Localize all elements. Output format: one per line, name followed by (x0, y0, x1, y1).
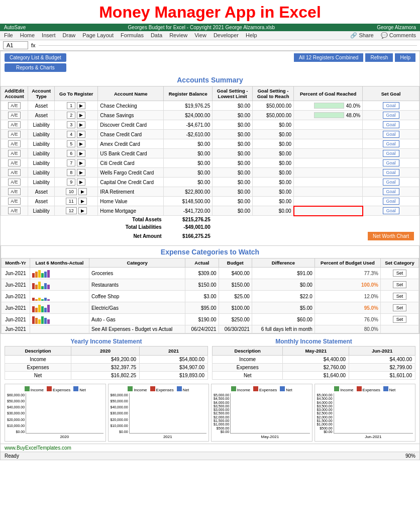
menu-home[interactable]: Home (20, 32, 35, 39)
ae-button-2[interactable]: A/E (8, 121, 21, 128)
goal-button-1[interactable]: Goal (383, 112, 399, 119)
go-register-arrow-9[interactable]: ▶ (78, 188, 87, 195)
ae-button-11[interactable]: A/E (8, 207, 21, 214)
goal-button-4[interactable]: Goal (383, 140, 399, 147)
ae-button-1[interactable]: A/E (8, 112, 21, 119)
ae-button-3[interactable]: A/E (8, 131, 21, 138)
menu-draw[interactable]: Draw (63, 32, 76, 39)
go-register-arrow-7[interactable]: ▶ (77, 169, 85, 176)
ae-button-0[interactable]: A/E (8, 102, 21, 109)
yearly-income-title: Yearly Income Statement (5, 336, 208, 346)
goal-button-11[interactable]: Goal (383, 207, 399, 214)
register-num-5[interactable]: 6 (67, 150, 75, 157)
menu-file[interactable]: File (4, 32, 13, 39)
expense-section: Expense Categories to Watch Month-Yr Las… (1, 245, 419, 334)
share-btn[interactable]: 🔗 Share (350, 32, 373, 39)
go-register-arrow-1[interactable]: ▶ (77, 112, 85, 119)
set-goal-cell-10: Goal (363, 197, 419, 206)
go-register-arrow-8[interactable]: ▶ (77, 179, 85, 186)
go-register-arrow-10[interactable]: ▶ (78, 198, 87, 205)
goal-button-8[interactable]: Goal (383, 179, 399, 186)
acct-name-cell-4: Amex Credit Card (98, 139, 164, 149)
menu-data[interactable]: Data (151, 32, 162, 39)
go-register-arrow-2[interactable]: ▶ (77, 121, 85, 128)
acct-name-cell-7: Wells Fargo Credit Card (98, 168, 164, 178)
exp-month-0: Jun-2021 (2, 268, 30, 279)
register-num-3[interactable]: 4 (67, 131, 75, 138)
goal-button-6[interactable]: Goal (383, 159, 399, 166)
ae-button-7[interactable]: A/E (8, 169, 21, 176)
set-button-4[interactable]: Set (393, 316, 407, 323)
register-num-8[interactable]: 9 (67, 179, 75, 186)
go-register-arrow-4[interactable]: ▶ (77, 140, 85, 147)
goal-button-9[interactable]: Goal (383, 188, 399, 195)
goal-button-0[interactable]: Goal (383, 102, 399, 109)
category-list-button[interactable]: Category List & Budget (5, 53, 66, 62)
acct-name-cell-1: Chase Savings (98, 111, 164, 120)
set-button-3[interactable]: Set (393, 304, 407, 311)
register-num-2[interactable]: 3 (67, 121, 75, 128)
col-goal-lowest: Goal Setting -Lowest Limit (213, 87, 253, 101)
exp-bars-4 (30, 314, 89, 325)
goal-button-7[interactable]: Goal (383, 169, 399, 176)
yi-row-2020-0: $49,200.00 (71, 356, 140, 364)
register-num-1[interactable]: 2 (67, 112, 75, 119)
pct-goal-cell-3 (294, 130, 363, 139)
ae-button-4[interactable]: A/E (8, 140, 21, 147)
register-num-6[interactable]: 7 (67, 159, 75, 166)
formula-input[interactable] (39, 45, 417, 46)
ae-button-8[interactable]: A/E (8, 179, 21, 186)
goal-button-3[interactable]: Goal (383, 131, 399, 138)
menu-insert[interactable]: Insert (42, 32, 56, 39)
exp-pct-2: 12.0% (314, 291, 380, 302)
register-num-9[interactable]: 10 (66, 188, 77, 195)
go-register-arrow-6[interactable]: ▶ (77, 159, 85, 166)
exp-actual-0: $309.00 (185, 268, 219, 279)
set-button-2[interactable]: Set (393, 293, 407, 300)
set-goal-cell-1: Goal (363, 111, 419, 120)
refresh-button[interactable]: Refresh (365, 53, 393, 62)
reports-charts-button[interactable]: Reports & Charts (5, 63, 66, 72)
yi-row-2021-0: $54,800.00 (140, 356, 208, 364)
set-goal-cell-3: Goal (363, 130, 419, 139)
register-num-11[interactable]: 12 (66, 207, 77, 214)
ae-button-9[interactable]: A/E (8, 188, 21, 195)
go-register-arrow-5[interactable]: ▶ (77, 150, 85, 157)
register-num-0[interactable]: 1 (67, 102, 75, 109)
set-button-1[interactable]: Set (393, 281, 407, 288)
help-button[interactable]: Help (395, 53, 415, 62)
ae-button-6[interactable]: A/E (8, 159, 21, 166)
go-register-arrow-3[interactable]: ▶ (77, 131, 85, 138)
exp-month-3: Jun-2021 (2, 302, 30, 314)
ae-button-10[interactable]: A/E (8, 198, 21, 205)
goal-button-2[interactable]: Goal (383, 121, 399, 128)
menu-formulas[interactable]: Formulas (121, 32, 144, 39)
total-assets-label: Total Assets (1, 216, 164, 224)
exp-bars-5 (30, 325, 89, 333)
lowest-cell-1: $0.00 (213, 111, 253, 120)
acct-name-cell-5: US Bank Credit Card (98, 149, 164, 158)
register-num-7[interactable]: 8 (67, 169, 75, 176)
menu-help[interactable]: Help (246, 32, 257, 39)
menu-developer[interactable]: Developer (214, 32, 239, 39)
set-button-0[interactable]: Set (393, 270, 407, 277)
menu-pagelayout[interactable]: Page Layout (82, 32, 114, 39)
go-register-arrow-0[interactable]: ▶ (77, 102, 85, 109)
exp-col-category: Category (89, 259, 185, 268)
pct-goal-cell-8 (294, 178, 363, 187)
comments-btn[interactable]: 💬 Comments (381, 32, 416, 39)
cell-reference[interactable]: A1 (3, 41, 28, 49)
register-num-10[interactable]: 11 (66, 198, 77, 205)
go-register-arrow-11[interactable]: ▶ (78, 207, 87, 214)
register-num-4[interactable]: 5 (67, 140, 75, 147)
menu-review[interactable]: Review (169, 32, 187, 39)
goal-button-5[interactable]: Goal (383, 150, 399, 157)
menu-view[interactable]: View (194, 32, 206, 39)
net-worth-chart-button[interactable]: Net Worth Chart (368, 232, 414, 240)
all12-registers-button[interactable]: All 12 Registers Combined (294, 53, 363, 62)
ae-button-5[interactable]: A/E (8, 150, 21, 157)
goal-button-10[interactable]: Goal (383, 198, 399, 205)
footer-link[interactable]: www.BuyExcelTemplates.com (5, 445, 71, 451)
right-button-group: All 12 Registers Combined Refresh Help (294, 53, 415, 72)
exp-col-month: Month-Yr (2, 259, 30, 268)
